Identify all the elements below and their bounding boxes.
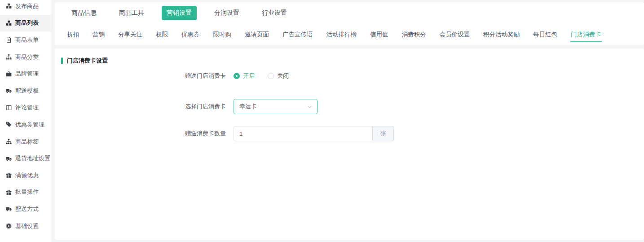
tab-marketing-settings[interactable]: 营销设置 [162,6,197,20]
sidebar-menu: 发布商品 商品列表 商品表单 商品分类 品牌管理 配送模板 评论管理 优惠券管 [0,0,51,234]
section-title: 门店消费卡设置 [67,57,108,65]
sidebar-item-batch-operations[interactable]: 批量操作 [0,184,51,201]
truck-icon [6,156,12,161]
sidebar: 发布商品 商品列表 商品表单 商品分类 品牌管理 配送模板 评论管理 优惠券管 [0,0,51,242]
tab-profit-sharing-settings[interactable]: 分润设置 [214,9,239,17]
form-row-give-card: 赠送门店消费卡 开启 关闭 [55,72,644,80]
tab-daily-red-packet[interactable]: 每日红包 [533,27,558,42]
document-icon [6,37,12,43]
radio-off-label: 关闭 [277,72,289,80]
gift-icon [6,189,12,195]
tab-permissions[interactable]: 权限 [155,27,168,42]
sitemap-icon [6,139,12,144]
tab-marketing[interactable]: 营销 [92,27,105,42]
briefcase-icon [6,71,12,77]
store-card-settings-panel: 门店消费卡设置 赠送门店消费卡 开启 关闭 选择 [55,49,644,240]
sidebar-item-label: 满额优惠 [15,171,39,179]
tab-invite-page[interactable]: 邀请页面 [244,27,269,42]
columns-icon [6,105,12,111]
radio-on-label: 开启 [243,72,255,80]
tab-ad-slogan[interactable]: 广告宣传语 [282,27,313,42]
tab-member-price-settings[interactable]: 会员价设置 [439,27,471,42]
quantity-unit-addon: 张 [373,126,394,141]
sidebar-item-label: 基础设置 [15,222,39,230]
tab-discount[interactable]: 折扣 [66,27,79,42]
sidebar-item-label: 发布商品 [15,2,39,10]
sitemap-icon [6,54,12,60]
radio-option-on[interactable]: 开启 [234,72,255,80]
section-accent-bar [61,58,63,64]
truck-icon [6,88,12,94]
gear-icon [6,223,12,229]
tab-industry-settings[interactable]: 行业设置 [262,9,287,17]
sidebar-item-label: 商品表单 [15,36,39,44]
truck-icon [6,206,12,212]
tabs-card: 商品信息 商品工具 营销设置 分润设置 行业设置 折扣 营销 分享关注 权限 优… [55,2,644,45]
primary-tab-bar: 商品信息 商品工具 营销设置 分润设置 行业设置 [55,2,644,24]
sidebar-item-review-management[interactable]: 评论管理 [0,99,51,117]
tab-flash-sale[interactable]: 限时购 [213,27,232,42]
sidebar-item-label: 商品分类 [15,53,39,61]
sidebar-item-label: 品牌管理 [15,70,39,78]
tab-points-activity-reward[interactable]: 积分活动奖励 [483,27,520,42]
sidebar-item-publish-product[interactable]: 发布商品 [0,0,51,15]
sidebar-item-basic-settings[interactable]: 基础设置 [0,218,51,235]
chevron-down-icon [307,104,313,110]
give-card-radio-group: 开启 关闭 [234,72,289,80]
tab-share-follow[interactable]: 分享关注 [118,27,143,42]
tab-coupon[interactable]: 优惠券 [181,27,200,42]
sidebar-item-label: 优惠券管理 [15,121,44,129]
gift-icon [6,172,12,178]
secondary-tab-bar: 折扣 营销 分享关注 权限 优惠券 限时购 邀请页面 广告宣传语 活动排行榜 信… [55,24,644,45]
store-card-select-value: 幸运卡 [239,103,307,111]
tab-activity-ranking[interactable]: 活动排行榜 [326,27,357,42]
sidebar-item-coupon-management[interactable]: 优惠券管理 [0,116,51,133]
form-row-select-card: 选择门店消费卡 幸运卡 [55,99,644,114]
sidebar-item-label: 商品列表 [15,19,39,27]
radio-off-circle[interactable] [268,73,274,79]
select-card-label: 选择门店消费卡 [55,103,234,111]
section-header: 门店消费卡设置 [61,57,644,65]
form-row-quantity: 赠送消费卡数量 张 [55,126,644,141]
sidebar-item-label: 退货地址设置 [15,154,50,162]
sidebar-item-product-list[interactable]: 商品列表 [0,15,51,32]
tab-product-info[interactable]: 商品信息 [71,9,97,17]
sidebar-item-full-discount[interactable]: 满额优惠 [0,167,51,184]
quantity-input-group: 张 [234,126,394,141]
sidebar-item-label: 配送模板 [15,87,39,95]
cubes-icon [6,3,12,9]
sidebar-item-product-tags[interactable]: 商品标签 [0,133,51,150]
sidebar-item-label: 评论管理 [15,103,39,112]
radio-on-circle[interactable] [234,73,240,79]
quantity-label: 赠送消费卡数量 [55,130,234,138]
cubes-icon [6,20,12,26]
store-card-select[interactable]: 幸运卡 [234,99,318,114]
sidebar-item-label: 商品标签 [15,138,39,146]
sidebar-item-label: 配送方式 [15,205,39,213]
tab-consumption-points[interactable]: 消费积分 [401,27,427,42]
sidebar-item-product-form[interactable]: 商品表单 [0,31,51,49]
sidebar-item-brand-management[interactable]: 品牌管理 [0,65,51,82]
tab-credit-value[interactable]: 信用值 [370,27,389,42]
sidebar-item-product-category[interactable]: 商品分类 [0,49,51,66]
tag-icon [6,121,12,127]
tab-product-tools[interactable]: 商品工具 [119,9,144,17]
sidebar-item-return-address-settings[interactable]: 退货地址设置 [0,150,51,167]
tab-store-consumption-card[interactable]: 门店消费卡 [570,27,602,42]
quantity-input[interactable] [234,126,373,141]
give-card-label: 赠送门店消费卡 [55,72,234,80]
sidebar-item-label: 批量操作 [15,188,39,196]
main-content: 商品信息 商品工具 营销设置 分润设置 行业设置 折扣 营销 分享关注 权限 优… [55,2,644,242]
settings-form: 赠送门店消费卡 开启 关闭 选择门店消费卡 幸运卡 [55,72,644,141]
sidebar-item-shipping-template[interactable]: 配送模板 [0,82,51,99]
sidebar-item-shipping-method[interactable]: 配送方式 [0,201,51,218]
radio-option-off[interactable]: 关闭 [268,72,289,80]
